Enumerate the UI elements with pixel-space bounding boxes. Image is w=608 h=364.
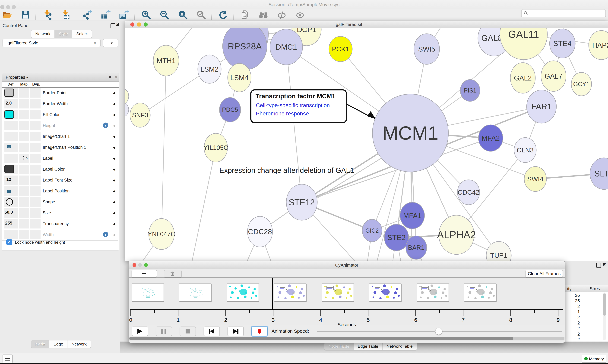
hide-unselected-icon[interactable] [277,10,287,20]
property-row[interactable]: 12 Label Font Size ◀ [2,175,118,186]
default-swatch[interactable] [4,89,14,97]
table-column-ity[interactable]: ity [567,286,572,291]
float-panel-icon[interactable] [111,23,115,28]
frame-thumbnail[interactable] [322,284,354,301]
property-row[interactable]: 50.0 Size ◀ [2,208,118,219]
style-selector[interactable]: galFiltered Style ▾ [2,39,101,47]
table-tab-node-table[interactable]: Node Table [324,343,354,350]
default-swatch[interactable] [4,110,14,118]
zoom-selected-icon[interactable] [196,10,206,20]
annotation-box[interactable]: Transcription factor MCM1 Cell-type-spec… [250,89,347,123]
zoom-out-icon[interactable] [160,10,169,20]
default-value[interactable]: 255 [2,221,15,226]
expand-left-icon[interactable]: ◀ [113,211,115,215]
play-button[interactable] [132,326,148,336]
memory-button[interactable]: Memory [582,355,606,363]
default-value[interactable]: 12 [2,177,15,182]
table-tab-network-table[interactable]: Network Table [383,343,417,350]
skip-end-button[interactable] [228,326,244,336]
float-panel-icon[interactable] [596,263,601,268]
expand-left-icon[interactable]: ◀ [113,233,115,237]
property-row[interactable]: Fill Color ◀ [2,109,118,121]
search-binoculars-icon[interactable] [258,10,268,20]
expand-all-icon[interactable]: » [108,76,113,78]
info-icon[interactable]: i [103,232,108,237]
collapse-all-icon[interactable]: » [113,76,119,78]
save-session-icon[interactable] [21,10,30,20]
expand-left-icon[interactable]: ◀ [113,168,115,171]
table-scrollbar[interactable] [603,293,606,340]
expand-left-icon[interactable]: ◀ [113,91,115,95]
expand-left-icon[interactable]: ◀ [113,113,115,117]
table-cell[interactable]: 25 [565,298,580,303]
tab-style[interactable]: Style [55,30,72,38]
add-frame-button[interactable] [132,270,157,277]
export-image-icon[interactable] [119,10,129,20]
close-panel-icon[interactable]: ✖ [116,23,120,27]
expand-left-icon[interactable]: ◀ [113,102,115,106]
tab-network[interactable]: Network [31,30,55,38]
table-cell[interactable]: 26 [565,293,580,298]
panel-tab-network[interactable]: Network [68,340,91,348]
expand-left-icon[interactable]: ◀ [113,178,115,182]
timeline-playhead[interactable] [272,278,273,310]
table-cell[interactable]: 2 [565,321,580,325]
frame-thumbnail[interactable] [464,284,496,301]
mapping-icon[interactable]: ⋮› [21,155,28,161]
expand-left-icon[interactable]: ◀ [113,189,115,193]
default-value[interactable]: 2.0 [2,101,15,106]
frame-thumbnail[interactable] [417,284,449,301]
annotation-link-1[interactable]: Cell-type-specific transcription [256,102,330,108]
info-icon[interactable]: i [103,123,108,128]
table-cell[interactable]: 2 [565,315,580,320]
skip-start-button[interactable] [204,326,220,336]
zoom-fit-icon[interactable] [178,10,188,20]
frame-thumbnail[interactable] [132,284,164,301]
ellipse-shape-icon[interactable] [6,198,13,206]
frame-thumbnail[interactable] [274,284,306,301]
expand-left-icon[interactable]: ◀ [113,135,115,139]
expand-left-icon[interactable]: ◀ [113,146,115,149]
copy-document-icon[interactable] [240,10,250,20]
frame-thumbnail[interactable] [227,284,259,301]
frame-thumbnail[interactable] [179,284,211,301]
tab-select[interactable]: Select [72,30,92,38]
expand-left-icon[interactable]: ◀ [113,222,115,226]
style-options-button[interactable]: ▾ [103,39,118,47]
show-all-icon[interactable] [295,10,305,20]
default-swatch[interactable] [4,165,14,173]
panel-tab-edge[interactable]: Edge [49,340,68,348]
stop-button[interactable] [180,326,196,336]
property-row[interactable]: 255 Transparency ◀ [2,219,118,230]
zoom-in-icon[interactable] [141,10,151,20]
table-column-stress[interactable]: Stres [590,286,600,291]
node-cut[interactable] [125,102,129,117]
task-history-button[interactable] [2,354,13,363]
timeline-ruler[interactable] [130,309,563,310]
expand-left-icon[interactable]: ◀ [113,124,115,128]
cyanimator-titlebar[interactable]: CyAnimator [129,261,565,269]
delete-frame-button[interactable] [164,270,182,277]
table-cell[interactable]: 1 [565,310,580,314]
clear-all-frames-button[interactable]: Clear All Frames [525,270,563,277]
property-row[interactable]: Image/Chart Position 1 ◀ [2,142,118,153]
table-cell[interactable]: 2 [565,332,580,337]
record-button[interactable] [251,326,268,336]
open-session-icon[interactable] [2,10,12,20]
column-divider[interactable] [586,285,586,292]
property-row[interactable]: Shape ◀ [2,197,118,208]
expand-left-icon[interactable]: ◀ [113,156,115,160]
table-header-row[interactable]: ity Stres [565,285,608,292]
property-row[interactable]: Height i◀ [2,120,118,131]
close-panel-icon[interactable]: ✖ [602,262,606,267]
panel-tab-node[interactable]: Node [31,340,49,348]
network-window-titlebar[interactable]: galFiltered.sif [125,21,608,28]
property-row[interactable]: ⋮› Label ◀ [2,153,118,164]
export-table-icon[interactable] [101,10,111,20]
search-input[interactable] [521,9,606,17]
pause-button[interactable] [156,326,172,336]
property-row[interactable]: Border Paint ◀ [2,88,118,99]
expand-left-icon[interactable]: ◀ [113,200,115,204]
node-cut[interactable] [125,88,129,104]
frame-thumbnail[interactable] [369,284,401,301]
